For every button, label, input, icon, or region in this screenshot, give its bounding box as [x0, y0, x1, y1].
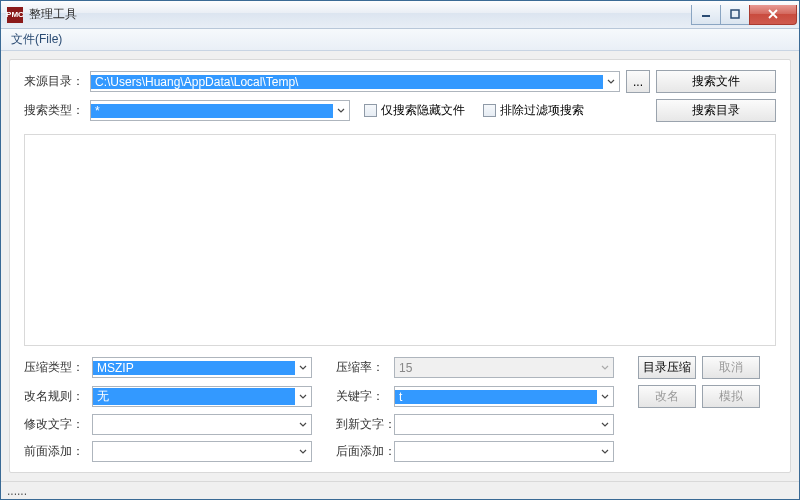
- rename-rule-value: 无: [93, 388, 295, 405]
- modify-text-label: 修改文字：: [24, 416, 86, 433]
- chevron-down-icon: [295, 358, 311, 377]
- search-folders-button[interactable]: 搜索目录: [656, 99, 776, 122]
- maximize-button[interactable]: [720, 5, 750, 25]
- exclude-filter-label: 排除过滤项搜索: [500, 102, 584, 119]
- rename-rule-label: 改名规则：: [24, 388, 86, 405]
- search-files-button[interactable]: 搜索文件: [656, 70, 776, 93]
- source-dir-label: 来源目录：: [24, 73, 84, 90]
- chevron-down-icon: [603, 72, 619, 91]
- statusbar: ......: [1, 481, 799, 499]
- chevron-down-icon: [597, 442, 613, 461]
- compress-type-label: 压缩类型：: [24, 359, 86, 376]
- bottom-controls: 压缩类型： MSZIP 压缩率： 15 目录压缩 取消 改名规则： 无: [24, 356, 776, 462]
- keyword-value: t: [395, 390, 597, 404]
- menubar: 文件(File): [1, 29, 799, 51]
- chevron-down-icon: [597, 415, 613, 434]
- rename-rule-combo[interactable]: 无: [92, 386, 312, 407]
- prepend-label: 前面添加：: [24, 443, 86, 460]
- chevron-down-icon: [597, 358, 613, 377]
- checkbox-icon: [483, 104, 496, 117]
- cancel-button[interactable]: 取消: [702, 356, 760, 379]
- window-title: 整理工具: [29, 6, 692, 23]
- chevron-down-icon: [295, 415, 311, 434]
- content-area: 来源目录： C:\Users\Huang\AppData\Local\Temp\…: [1, 51, 799, 481]
- exclude-filter-checkbox[interactable]: 排除过滤项搜索: [483, 102, 584, 119]
- source-dir-value: C:\Users\Huang\AppData\Local\Temp\: [91, 75, 603, 89]
- browse-button[interactable]: ...: [626, 70, 650, 93]
- svg-rect-1: [731, 10, 739, 18]
- chevron-down-icon: [333, 101, 349, 120]
- rename-button[interactable]: 改名: [638, 385, 696, 408]
- status-text: ......: [7, 484, 27, 498]
- to-new-text-combo[interactable]: [394, 414, 614, 435]
- main-panel: 来源目录： C:\Users\Huang\AppData\Local\Temp\…: [9, 59, 791, 473]
- compress-rate-label: 压缩率：: [336, 359, 388, 376]
- to-new-text-label: 到新文字：: [336, 416, 388, 433]
- prepend-combo[interactable]: [92, 441, 312, 462]
- compress-rate-value: 15: [395, 361, 597, 375]
- menu-file[interactable]: 文件(File): [3, 29, 70, 50]
- hidden-only-label: 仅搜索隐藏文件: [381, 102, 465, 119]
- close-button[interactable]: [749, 5, 797, 25]
- chevron-down-icon: [597, 387, 613, 406]
- hidden-only-checkbox[interactable]: 仅搜索隐藏文件: [364, 102, 465, 119]
- chevron-down-icon: [295, 442, 311, 461]
- checkbox-icon: [364, 104, 377, 117]
- search-type-combo[interactable]: *: [90, 100, 350, 121]
- app-icon: PMC: [7, 7, 23, 23]
- dir-compress-button[interactable]: 目录压缩: [638, 356, 696, 379]
- keyword-label: 关键字：: [336, 388, 388, 405]
- append-combo[interactable]: [394, 441, 614, 462]
- chevron-down-icon: [295, 387, 311, 406]
- append-label: 后面添加：: [336, 443, 388, 460]
- compress-type-combo[interactable]: MSZIP: [92, 357, 312, 378]
- minimize-button[interactable]: [691, 5, 721, 25]
- titlebar[interactable]: PMC 整理工具: [1, 1, 799, 29]
- keyword-combo[interactable]: t: [394, 386, 614, 407]
- compress-type-value: MSZIP: [93, 361, 295, 375]
- modify-text-combo[interactable]: [92, 414, 312, 435]
- simulate-button[interactable]: 模拟: [702, 385, 760, 408]
- window-buttons: [692, 5, 797, 25]
- app-window: PMC 整理工具 文件(File) 来源目录： C:\Users\Huang\A…: [0, 0, 800, 500]
- search-type-label: 搜索类型：: [24, 102, 84, 119]
- results-list[interactable]: [24, 134, 776, 346]
- compress-rate-combo: 15: [394, 357, 614, 378]
- search-type-value: *: [91, 104, 333, 118]
- source-dir-combo[interactable]: C:\Users\Huang\AppData\Local\Temp\: [90, 71, 620, 92]
